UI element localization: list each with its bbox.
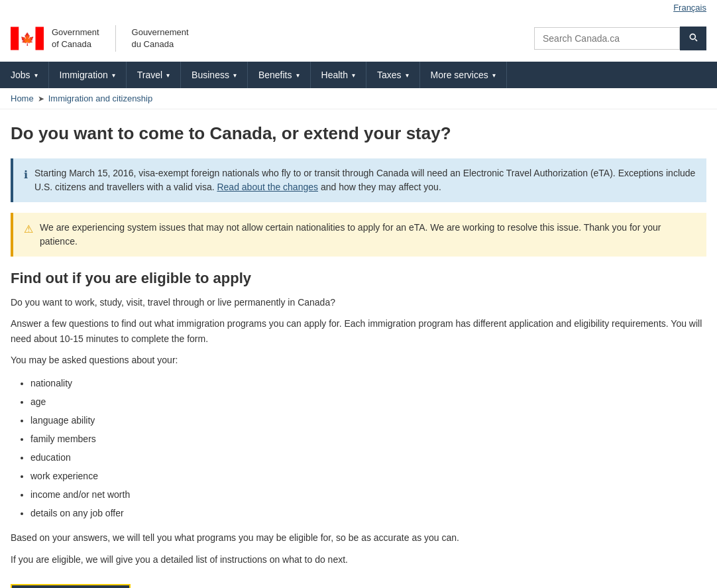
chevron-down-icon: ▾	[296, 72, 300, 79]
nav-label-business: Business	[192, 70, 229, 80]
main-content: Do you want to come to Canada, or extend…	[0, 109, 717, 588]
list-item: language ability	[30, 411, 706, 430]
list-item: nationality	[30, 374, 706, 392]
nav-label-health: Health	[321, 70, 348, 80]
svg-rect-2	[36, 27, 44, 50]
breadcrumb-home[interactable]: Home	[11, 93, 34, 103]
chevron-down-icon: ▾	[34, 72, 38, 79]
list-item: family members	[30, 430, 706, 448]
nav-label-travel: Travel	[137, 70, 162, 80]
list-item: details on any job offer	[30, 504, 706, 522]
logo-separator	[115, 25, 116, 52]
section-heading: Find out if you are eligible to apply	[11, 270, 706, 287]
chevron-down-icon: ▾	[112, 72, 115, 79]
nav-item-more-services[interactable]: More services ▾	[420, 62, 507, 88]
section-text-4: Based on your answers, we will tell you …	[11, 530, 706, 545]
chevron-down-icon: ▾	[233, 72, 237, 79]
francais-link[interactable]: Français	[673, 3, 706, 13]
warning-text: We are experiencing system issues that m…	[40, 221, 696, 249]
nav-label-benefits: Benefits	[258, 70, 292, 80]
nav-item-benefits[interactable]: Benefits ▾	[248, 62, 311, 88]
logo-area: 🍁 Government of Canada Gouvernement du C…	[11, 22, 189, 55]
search-area	[534, 27, 706, 50]
chevron-down-icon: ▾	[406, 72, 409, 79]
search-button[interactable]	[680, 27, 706, 50]
nav-label-immigration: Immigration	[60, 70, 108, 80]
search-input[interactable]	[534, 27, 680, 50]
section-text-3: You may be asked questions about your:	[11, 353, 706, 367]
search-icon	[688, 32, 698, 42]
nav-item-business[interactable]: Business ▾	[181, 62, 248, 88]
breadcrumb-current[interactable]: Immigration and citizenship	[48, 93, 153, 103]
breadcrumb: Home ➤ Immigration and citizenship	[0, 88, 717, 109]
questions-list: nationalityagelanguage abilityfamily mem…	[30, 374, 706, 522]
chevron-down-icon: ▾	[492, 72, 496, 79]
nav-label-jobs: Jobs	[11, 70, 30, 80]
warning-banner: ⚠ We are experiencing system issues that…	[11, 213, 706, 257]
chevron-down-icon: ▾	[166, 72, 170, 79]
info-banner: ℹ Starting March 15, 2016, visa-exempt f…	[11, 158, 706, 202]
nav-item-jobs[interactable]: Jobs ▾	[0, 62, 49, 88]
list-item: age	[30, 392, 706, 411]
nav-label-more-services: More services	[431, 70, 488, 80]
canada-flag-icon: 🍁	[11, 22, 44, 55]
check-eligibility-button[interactable]: Check your eligibility	[11, 584, 131, 588]
nav-item-immigration[interactable]: Immigration ▾	[49, 62, 127, 88]
svg-rect-0	[11, 27, 19, 50]
section-text-1: Do you want to work, study, visit, trave…	[11, 295, 706, 310]
nav-label-taxes: Taxes	[377, 70, 402, 80]
main-nav: Jobs ▾ Immigration ▾ Travel ▾ Business ▾…	[0, 62, 717, 88]
info-text: Starting March 15, 2016, visa-exempt for…	[34, 166, 696, 194]
nav-item-health[interactable]: Health ▾	[311, 62, 366, 88]
nav-item-travel[interactable]: Travel ▾	[127, 62, 181, 88]
breadcrumb-separator: ➤	[38, 94, 44, 103]
info-link[interactable]: Read about the changes	[217, 182, 318, 192]
section-text-5: If you are eligible, we will give you a …	[11, 552, 706, 567]
warning-icon: ⚠	[24, 221, 33, 237]
svg-text:🍁: 🍁	[20, 32, 35, 46]
chevron-down-icon: ▾	[352, 72, 355, 79]
list-item: work experience	[30, 467, 706, 485]
page-title: Do you want to come to Canada, or extend…	[11, 123, 706, 145]
list-item: education	[30, 448, 706, 467]
gov-en-text: Government of Canada	[52, 27, 99, 50]
nav-item-taxes[interactable]: Taxes ▾	[366, 62, 420, 88]
site-header: 🍁 Government of Canada Gouvernement du C…	[0, 15, 717, 62]
list-item: income and/or net worth	[30, 485, 706, 504]
gov-fr-text: Gouvernement du Canada	[132, 27, 189, 50]
section-text-2: Answer a few questions to find out what …	[11, 316, 706, 346]
info-icon: ℹ	[24, 167, 28, 183]
